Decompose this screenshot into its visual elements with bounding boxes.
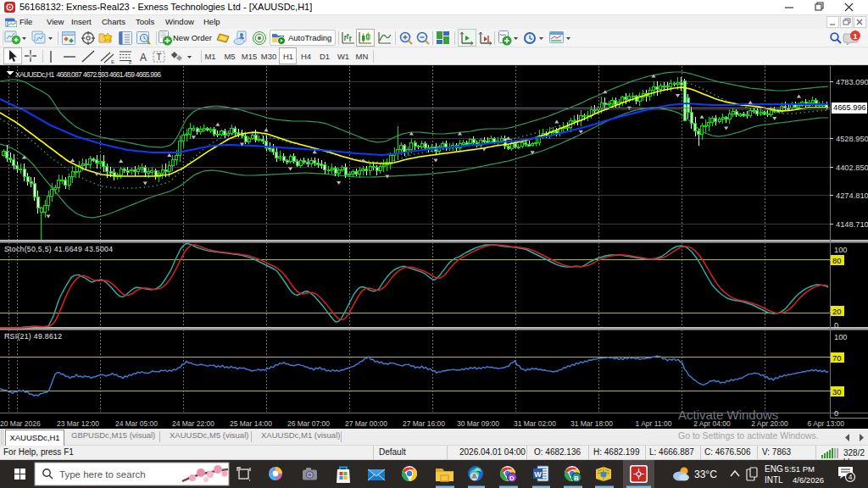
svg-text:INTL: INTL (765, 475, 783, 485)
svg-text:4402.850: 4402.850 (836, 164, 868, 172)
svg-text:26 Mar 07:00: 26 Mar 07:00 (287, 419, 330, 428)
svg-text:20: 20 (832, 308, 841, 316)
svg-text:6 Apr 13:00: 6 Apr 13:00 (808, 419, 845, 428)
svg-text:4783.090: 4783.090 (836, 78, 868, 86)
svg-text:27 Mar 16:00: 27 Mar 16:00 (403, 419, 445, 428)
svg-text:4665.996: 4665.996 (833, 103, 866, 112)
svg-text:24 Mar 05:00: 24 Mar 05:00 (115, 419, 158, 428)
svg-text:4528.950: 4528.950 (836, 135, 868, 143)
svg-text:100: 100 (834, 333, 848, 341)
svg-text:D: D (509, 474, 515, 482)
svg-text:80: 80 (832, 257, 841, 265)
svg-text:31 Mar 18:00: 31 Mar 18:00 (570, 419, 613, 428)
svg-text:1 Apr 11:00: 1 Apr 11:00 (636, 419, 672, 428)
svg-text:33°C: 33°C (694, 469, 717, 480)
svg-text:B: B (574, 474, 579, 482)
svg-text:ENG: ENG (765, 464, 783, 474)
svg-text:30: 30 (832, 388, 841, 396)
svg-text:4148.710: 4148.710 (836, 220, 868, 229)
svg-text:RSI(21) 49.8612: RSI(21) 49.8612 (4, 332, 62, 341)
svg-text:E: E (111, 59, 114, 64)
svg-text:25 Mar 14:00: 25 Mar 14:00 (230, 419, 272, 428)
svg-text:T: T (157, 53, 162, 62)
svg-text:4/6/2026: 4/6/2026 (793, 475, 824, 485)
svg-text:27 Mar 00:00: 27 Mar 00:00 (345, 419, 387, 428)
svg-text:5:51 PM: 5:51 PM (785, 464, 815, 474)
svg-text:24 Mar 22:00: 24 Mar 22:00 (172, 419, 214, 428)
svg-text:4274.810: 4274.810 (836, 191, 868, 200)
svg-text:W: W (534, 470, 542, 479)
svg-text:1: 1 (853, 32, 857, 41)
svg-text:XAUUSDc,H1 4668.087 4672.593: XAUUSDc,H1 4668.087 4672.593 4661.459 46… (15, 70, 161, 79)
svg-text:4: 4 (849, 473, 853, 481)
svg-text:Stoch(50,5,5) 41.6649 43.5004: Stoch(50,5,5) 41.6649 43.5004 (4, 245, 113, 253)
svg-text:0: 0 (834, 321, 838, 330)
svg-text:20 Mar 2026: 20 Mar 2026 (0, 419, 41, 428)
svg-text:23 Mar 12:00: 23 Mar 12:00 (57, 419, 99, 428)
svg-text:0: 0 (834, 409, 838, 418)
svg-text:30 Mar 09:00: 30 Mar 09:00 (457, 419, 499, 428)
svg-text:Type here to search: Type here to search (59, 469, 146, 480)
svg-text:70: 70 (832, 354, 841, 363)
svg-text:100: 100 (834, 246, 848, 254)
svg-text:Activate Windows: Activate Windows (678, 408, 778, 422)
svg-text:A: A (140, 52, 147, 64)
svg-text:31 Mar 02:00: 31 Mar 02:00 (514, 419, 556, 428)
